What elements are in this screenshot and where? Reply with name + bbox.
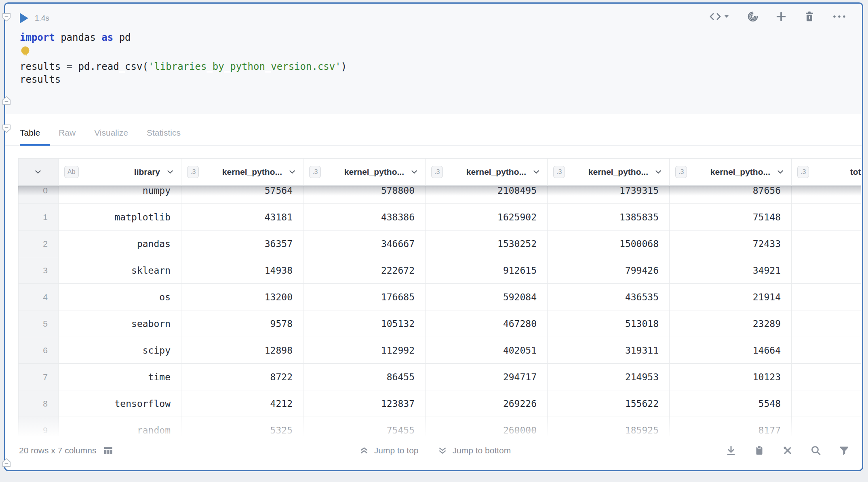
column-type-badge: .3 [675, 166, 687, 178]
column-header-3[interactable]: .3kernel_pytho... [303, 159, 426, 186]
table-cell: 176685 [303, 284, 426, 310]
output-area: Table Raw Visualize Statistics Ablibrary… [5, 114, 862, 464]
table-cell: 5325 [181, 417, 303, 437]
table-row: 6scipy1289811299240205131931114664 [18, 337, 861, 364]
table-row: 8tensorflow42121238372692261556225548 [18, 390, 861, 417]
suggestion-lightbulb-icon[interactable] [20, 46, 31, 59]
table-dimensions-label: 20 rows x 7 columns [19, 446, 96, 455]
search-icon[interactable] [809, 444, 822, 457]
table-cell [792, 284, 861, 310]
table-cell: 269226 [426, 390, 548, 417]
column-header-1[interactable]: Ablibrary [59, 159, 181, 186]
table-cell: 346667 [303, 231, 426, 257]
tools-icon[interactable] [781, 444, 794, 457]
chevron-down-icon [776, 168, 785, 176]
row-index-cell: 2 [18, 231, 59, 257]
row-index-cell: 8 [18, 390, 59, 417]
cell-toolbar [708, 10, 847, 23]
table-row: 5seaborn957810513246728051301823289 [18, 310, 861, 337]
column-header-6[interactable]: .3kernel_pytho... [670, 159, 792, 186]
table-row: 4os1320017668559208443653521914 [18, 284, 861, 310]
column-header-4[interactable]: .3kernel_pytho... [426, 159, 548, 186]
block-collapse-handle-down-icon[interactable] [1, 124, 12, 134]
table-cell: 1739315 [548, 186, 670, 204]
block-collapse-handle-up-icon[interactable] [1, 457, 12, 468]
tab-raw[interactable]: Raw [59, 128, 76, 145]
table-cell: 9578 [181, 310, 303, 337]
table-cell: time [59, 364, 181, 390]
row-index-cell: 9 [18, 417, 59, 437]
integrations-spiral-icon[interactable] [746, 10, 759, 23]
table-cell: 57564 [181, 186, 303, 204]
execution-time: 1.4s [35, 14, 49, 23]
copy-to-clipboard-icon[interactable] [753, 444, 766, 457]
code-editor[interactable]: import pandas as pd results = pd.read_cs… [20, 31, 850, 86]
table-cell: 14664 [670, 337, 792, 364]
table-cell: 4212 [181, 390, 303, 417]
table-cell: seaborn [59, 310, 181, 337]
table-cell: 799426 [548, 257, 670, 284]
column-type-badge: .3 [553, 166, 565, 178]
table-row: 0numpy575645788002108495173931587656 [18, 186, 861, 204]
column-type-badge: .3 [187, 166, 199, 178]
table-cell: 222672 [303, 257, 426, 284]
run-cell-button[interactable] [20, 13, 28, 23]
column-header-2[interactable]: .3kernel_pytho... [181, 159, 303, 186]
table-cell: 13200 [181, 284, 303, 310]
table-cell: 1385835 [548, 204, 670, 231]
jump-to-bottom-button[interactable]: Jump to bottom [437, 445, 511, 456]
column-label: kernel_pytho... [222, 167, 288, 177]
more-options-icon[interactable] [831, 10, 847, 23]
delete-block-icon[interactable] [803, 10, 816, 23]
tab-table[interactable]: Table [20, 128, 40, 145]
row-index-cell: 5 [18, 310, 59, 337]
column-label: kernel_pytho... [344, 167, 410, 177]
chevron-down-icon [410, 168, 419, 176]
columns-icon[interactable] [103, 445, 114, 456]
table-cell [792, 417, 861, 437]
column-header-5[interactable]: .3kernel_pytho... [548, 159, 670, 186]
tab-statistics[interactable]: Statistics [147, 128, 181, 145]
code-language-selector-icon[interactable] [708, 10, 731, 23]
table-cell: 43181 [181, 204, 303, 231]
download-icon[interactable] [725, 444, 737, 457]
dataframe-footer: 20 rows x 7 columns Jump to top Jump to … [5, 437, 862, 464]
column-type-badge: .3 [309, 166, 321, 178]
block-collapse-handle-up-icon[interactable] [1, 95, 12, 106]
code-line: results = pd.read_csv('libraries_by_pyth… [20, 60, 850, 73]
table-cell: 72433 [670, 231, 792, 257]
table-cell: pandas [59, 231, 181, 257]
table-cell: tensorflow [59, 390, 181, 417]
jump-to-top-button[interactable]: Jump to top [359, 445, 419, 456]
table-cell: 592084 [426, 284, 548, 310]
row-index-cell: 1 [18, 204, 59, 231]
table-row: 1matplotlib43181438386162590213858357514… [18, 204, 861, 231]
table-cell: 14938 [181, 257, 303, 284]
tab-visualize[interactable]: Visualize [94, 128, 128, 145]
table-cell: 513018 [548, 310, 670, 337]
table-cell: 75455 [303, 417, 426, 437]
table-cell [792, 186, 861, 204]
table-cell: 8177 [670, 417, 792, 437]
table-cell: 12898 [181, 337, 303, 364]
table-cell [792, 390, 861, 417]
chevron-down-icon [166, 168, 175, 176]
column-type-badge: Ab [64, 166, 79, 178]
column-label: kernel_pytho... [710, 167, 776, 177]
filter-icon[interactable] [838, 444, 851, 457]
add-block-icon[interactable] [775, 10, 788, 23]
column-label: library [134, 167, 166, 177]
table-cell: 402051 [426, 337, 548, 364]
row-index-cell: 0 [18, 186, 59, 204]
table-cell: 467280 [426, 310, 548, 337]
table-cell: 578800 [303, 186, 426, 204]
column-type-badge: .3 [797, 166, 809, 178]
index-column-header[interactable] [18, 159, 59, 186]
table-cell: 34921 [670, 257, 792, 284]
table-row: 9random5325754552600001859258177 [18, 417, 861, 437]
code-area: 1.4s [5, 4, 862, 114]
block-collapse-handle-down-icon[interactable] [1, 12, 12, 23]
output-tabs: Table Raw Visualize Statistics [5, 114, 862, 146]
table-cell: 1530252 [426, 231, 548, 257]
column-header-7[interactable]: .3total [792, 159, 861, 186]
